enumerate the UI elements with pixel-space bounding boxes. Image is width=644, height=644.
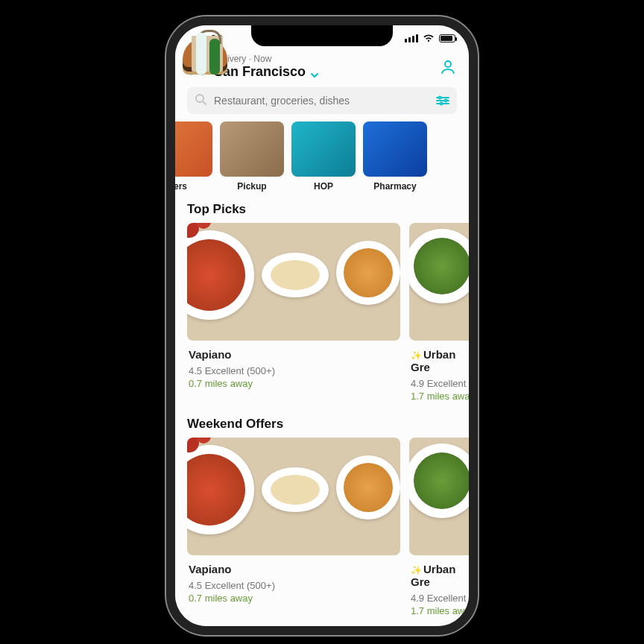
- restaurant-rating: 4.9 Excellent: [411, 378, 469, 389]
- delivery-mode-label: Delivery · Now: [214, 54, 432, 64]
- category-offers[interactable]: ers: [175, 121, 212, 192]
- restaurant-card[interactable]: Vapiano 4.5 Excellent (500+) 0.7 miles a…: [187, 223, 400, 406]
- sparkle-icon: ✨: [411, 565, 422, 575]
- category-hop[interactable]: HOP: [291, 121, 356, 192]
- restaurant-rating: 4.5 Excellent (500+): [189, 365, 399, 376]
- restaurant-image: [187, 223, 400, 341]
- category-pickup[interactable]: Pickup: [220, 121, 284, 192]
- battery-icon: [439, 34, 455, 42]
- svg-point-6: [441, 103, 443, 105]
- search-icon: [195, 93, 206, 108]
- restaurant-image: [409, 438, 469, 555]
- restaurant-image: [187, 438, 400, 555]
- svg-point-2: [445, 61, 451, 67]
- top-picks-row[interactable]: Vapiano 4.5 Excellent (500+) 0.7 miles a…: [175, 223, 469, 412]
- search-bar[interactable]: [187, 87, 457, 114]
- profile-icon[interactable]: [439, 58, 457, 76]
- restaurant-name: Vapiano: [189, 563, 399, 575]
- restaurant-distance: 1.7 miles away: [411, 391, 469, 402]
- restaurant-card[interactable]: ✨Urban Gre 4.9 Excellent 1.7 miles away: [409, 223, 469, 406]
- cell-signal-icon: [405, 34, 418, 42]
- weekend-offers-row[interactable]: Vapiano 4.5 Excellent (500+) 0.7 miles a…: [175, 438, 469, 626]
- section-title-top-picks: Top Picks: [175, 198, 469, 223]
- restaurant-card[interactable]: Vapiano 4.5 Excellent (500+) 0.7 miles a…: [187, 438, 400, 621]
- category-row[interactable]: ers Pickup HOP Pharmacy: [175, 121, 469, 198]
- restaurant-name: Vapiano: [189, 348, 399, 361]
- restaurant-rating: 4.5 Excellent (500+): [189, 580, 399, 591]
- restaurant-distance: 0.7 miles away: [189, 378, 399, 389]
- restaurant-distance: 0.7 miles away: [189, 593, 399, 604]
- svg-point-4: [439, 97, 441, 99]
- sparkle-icon: ✨: [411, 350, 422, 361]
- wifi-icon: [423, 32, 435, 45]
- restaurant-name: ✨Urban Gre: [411, 348, 469, 373]
- category-pharmacy[interactable]: Pharmacy: [363, 121, 427, 192]
- restaurant-distance: 1.7 miles away: [411, 605, 469, 616]
- section-title-weekend: Weekend Offers: [175, 412, 469, 438]
- search-input[interactable]: [214, 95, 429, 107]
- restaurant-card[interactable]: ✨Urban Gre 4.9 Excellent 1.7 miles away: [409, 438, 469, 621]
- device-notch: [251, 25, 393, 46]
- restaurant-image: [409, 223, 469, 341]
- chevron-down-icon: [310, 68, 319, 77]
- location-selector[interactable]: San Francisco: [214, 64, 432, 80]
- location-name: San Francisco: [214, 64, 306, 80]
- restaurant-name: ✨Urban Gre: [411, 563, 469, 588]
- restaurant-rating: 4.9 Excellent: [411, 593, 469, 604]
- filter-icon[interactable]: [436, 95, 449, 106]
- svg-point-5: [445, 100, 447, 102]
